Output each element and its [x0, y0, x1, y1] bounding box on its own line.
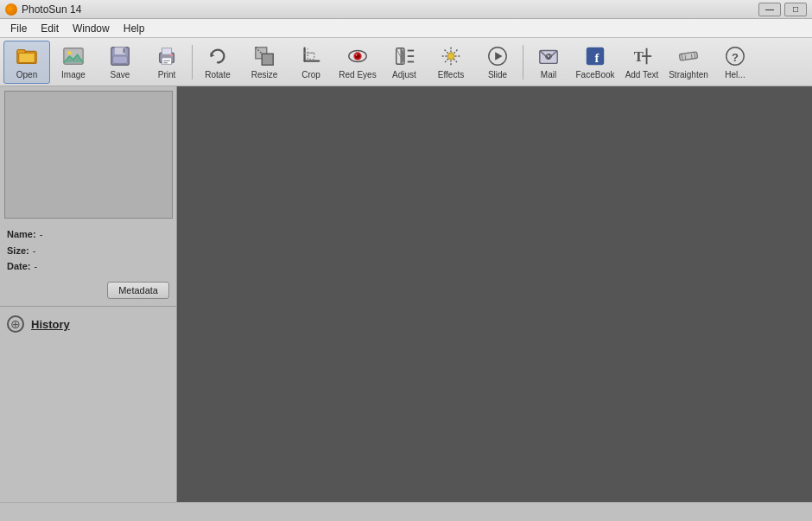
menu-help[interactable]: Help: [117, 21, 152, 36]
toolbar-image-button[interactable]: Image: [50, 41, 97, 84]
crop-icon: [299, 44, 323, 68]
crop-label: Crop: [301, 70, 320, 79]
toolbar-open-button[interactable]: Open: [3, 41, 50, 84]
svg-rect-2: [19, 53, 35, 62]
date-label: Date:: [7, 258, 31, 275]
menu-window[interactable]: Window: [66, 21, 117, 36]
toolbar-crop-button[interactable]: Crop: [288, 41, 334, 84]
separator-2: [523, 45, 523, 79]
save-icon: [108, 44, 132, 68]
facebook-label: FaceBook: [575, 70, 614, 79]
rotate-icon: [206, 44, 230, 68]
date-value: -: [35, 258, 38, 275]
mail-label: Mail: [541, 70, 556, 79]
addtext-icon: T: [630, 44, 654, 68]
size-row: Size: -: [7, 243, 169, 259]
save-label: Save: [111, 70, 130, 79]
help-label: Hel...: [725, 70, 745, 79]
toolbar-redeyes-button[interactable]: Red Eyes: [334, 41, 381, 84]
slide-icon: [485, 44, 510, 68]
menu-edit[interactable]: Edit: [34, 21, 66, 36]
canvas-area: [177, 86, 812, 502]
toolbar-print-button[interactable]: Print: [143, 41, 190, 84]
name-row: Name: -: [7, 226, 169, 243]
toolbar-slide-button[interactable]: Slide: [474, 41, 521, 84]
sidebar: Name: - Size: - Date: - Metadata ⊕ Histo…: [0, 86, 177, 502]
image-icon: [61, 44, 86, 68]
title-text: PhotoSun 14: [5, 3, 81, 16]
toolbar-facebook-button[interactable]: f FaceBook: [572, 41, 619, 84]
svg-rect-17: [262, 54, 273, 65]
toolbar-straighten-button[interactable]: Straighten: [665, 41, 712, 84]
open-label: Open: [16, 70, 37, 79]
print-icon: [155, 44, 179, 68]
sidebar-divider: [0, 306, 176, 307]
toolbar-help-button[interactable]: ? Hel...: [712, 41, 758, 84]
maximize-button[interactable]: □: [784, 3, 807, 16]
history-label: History: [31, 318, 70, 331]
toolbar-addtext-button[interactable]: T Add Text: [619, 41, 665, 84]
effects-label: Effects: [438, 70, 464, 79]
rotate-label: Rotate: [205, 70, 230, 79]
size-value: -: [33, 243, 36, 259]
main-layout: Name: - Size: - Date: - Metadata ⊕ Histo…: [0, 86, 812, 502]
image-info: Name: - Size: - Date: -: [0, 223, 176, 278]
separator-1: [192, 45, 193, 79]
image-preview: [4, 91, 173, 219]
toolbar-mail-button[interactable]: @ Mail: [525, 41, 572, 84]
svg-marker-38: [495, 52, 502, 60]
svg-point-27: [356, 54, 358, 56]
title-controls: — □: [758, 3, 807, 16]
toolbar-effects-button[interactable]: Effects: [428, 41, 474, 84]
resize-label: Resize: [251, 70, 278, 79]
redeyes-label: Red Eyes: [339, 70, 376, 79]
svg-rect-23: [308, 53, 314, 59]
svg-text:?: ?: [732, 51, 739, 64]
slide-label: Slide: [488, 70, 507, 79]
minimize-button[interactable]: —: [758, 3, 781, 16]
app-title: PhotoSun 14: [22, 3, 81, 16]
facebook-icon: f: [583, 44, 607, 68]
svg-point-14: [170, 54, 173, 57]
menu-file[interactable]: File: [3, 21, 34, 36]
straighten-icon: [676, 44, 701, 68]
size-label: Size:: [7, 243, 29, 259]
svg-rect-10: [162, 48, 171, 54]
folder-open-icon: [15, 44, 39, 68]
toolbar-rotate-button[interactable]: Rotate: [194, 41, 241, 84]
toolbar-save-button[interactable]: Save: [97, 41, 143, 84]
effects-icon: [439, 44, 463, 68]
history-icon: ⊕: [7, 315, 24, 333]
title-bar: PhotoSun 14 — □: [0, 0, 812, 19]
addtext-label: Add Text: [625, 70, 659, 79]
adjust-label: Adjust: [392, 70, 416, 79]
svg-rect-12: [163, 60, 169, 61]
mail-icon: @: [536, 44, 561, 68]
metadata-btn-row: Metadata: [0, 278, 176, 302]
adjust-icon: [392, 44, 416, 68]
toolbar-adjust-button[interactable]: Adjust: [381, 41, 428, 84]
print-label: Print: [158, 70, 176, 79]
straighten-label: Straighten: [669, 70, 708, 79]
metadata-button[interactable]: Metadata: [107, 282, 169, 299]
redeyes-icon: [346, 44, 370, 68]
name-label: Name:: [7, 226, 36, 243]
svg-rect-8: [124, 48, 125, 54]
svg-rect-7: [113, 56, 128, 63]
svg-text:@: @: [545, 52, 552, 60]
name-value: -: [40, 226, 43, 243]
toolbar-resize-button[interactable]: Resize: [241, 41, 288, 84]
app-icon: [5, 3, 17, 16]
history-row[interactable]: ⊕ History: [0, 310, 176, 338]
svg-rect-13: [163, 62, 168, 63]
resize-icon: [252, 44, 276, 68]
help-icon: ?: [723, 44, 747, 68]
svg-point-4: [67, 51, 72, 55]
date-row: Date: -: [7, 258, 169, 275]
toolbar: Open Image Save: [0, 38, 812, 86]
image-label: Image: [61, 70, 86, 79]
menu-bar: File Edit Window Help: [0, 19, 812, 38]
status-bar: [0, 502, 812, 521]
svg-point-36: [447, 53, 454, 59]
